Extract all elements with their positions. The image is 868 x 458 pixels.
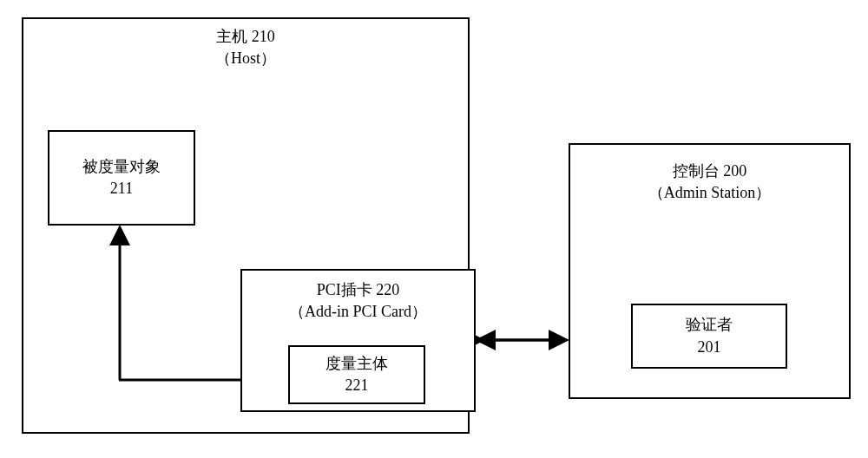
- verifier-num: 201: [633, 337, 786, 358]
- verifier-box: 验证者 201: [631, 304, 787, 369]
- host-title-en: （Host）: [23, 48, 468, 69]
- measurement-agent-box: 度量主体 221: [288, 345, 425, 404]
- measured-object-box: 被度量对象 211: [48, 130, 195, 226]
- console-title-en: （Admin Station）: [570, 182, 849, 204]
- agent-title-zh: 度量主体: [290, 353, 424, 375]
- agent-num: 221: [290, 375, 424, 396]
- verifier-title-zh: 验证者: [633, 314, 786, 336]
- pci-title-zh: PCI插卡 220: [242, 279, 474, 301]
- verifier-label: 验证者 201: [633, 314, 786, 357]
- measured-num: 211: [49, 178, 194, 200]
- console-label: 控制台 200 （Admin Station）: [570, 160, 849, 204]
- console-title-zh: 控制台 200: [570, 160, 849, 182]
- measured-title-zh: 被度量对象: [49, 156, 194, 178]
- host-label: 主机 210 （Host）: [23, 26, 468, 69]
- agent-label: 度量主体 221: [290, 353, 424, 396]
- host-title-zh: 主机 210: [23, 26, 468, 48]
- pci-title-en: （Add-in PCI Card）: [242, 301, 474, 323]
- measured-label: 被度量对象 211: [49, 156, 194, 200]
- pci-label: PCI插卡 220 （Add-in PCI Card）: [242, 279, 474, 323]
